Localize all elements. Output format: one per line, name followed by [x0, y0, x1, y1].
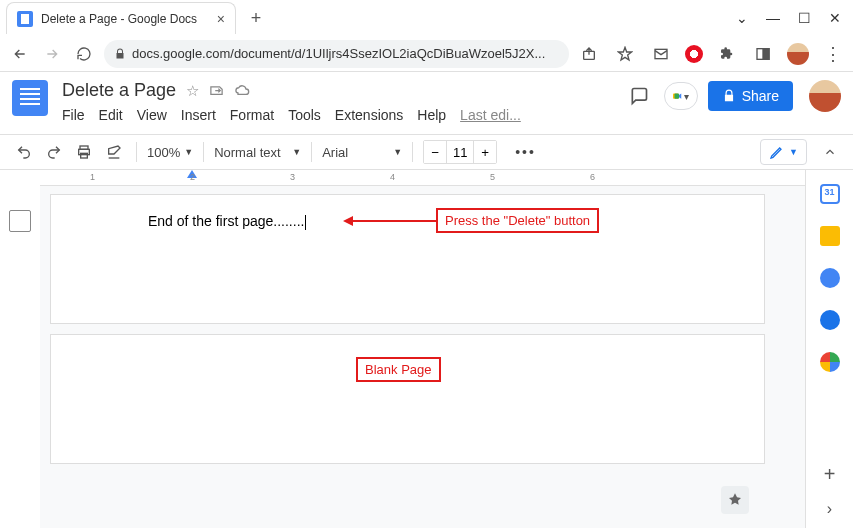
keep-icon[interactable] [820, 226, 840, 246]
chevron-down-icon[interactable]: ⌄ [736, 10, 748, 26]
font-size-control: − + [423, 140, 497, 164]
side-panel: 31 + › [805, 170, 853, 528]
share-button[interactable]: Share [708, 81, 793, 111]
document-title[interactable]: Delete a Page [62, 80, 176, 101]
panel-icon[interactable] [751, 42, 775, 66]
menu-extensions[interactable]: Extensions [335, 107, 403, 123]
cloud-status-icon[interactable] [234, 83, 250, 99]
docs-favicon [17, 11, 33, 27]
canvas-area: 1 2 3 4 5 6 End of the first page.......… [0, 170, 853, 528]
font-dropdown[interactable]: Arial▼ [322, 145, 402, 160]
document-page-2[interactable]: Blank Page [50, 334, 765, 464]
minimize-icon[interactable]: — [766, 10, 780, 26]
lock-icon [114, 48, 126, 60]
redo-button[interactable] [42, 140, 66, 164]
browser-tab[interactable]: Delete a Page - Google Docs × [6, 2, 236, 34]
account-avatar[interactable] [809, 80, 841, 112]
extensions-icon[interactable] [715, 42, 739, 66]
close-tab-icon[interactable]: × [217, 11, 225, 27]
document-scroll[interactable]: 1 2 3 4 5 6 End of the first page.......… [40, 170, 805, 528]
style-dropdown[interactable]: Normal text ▼ [214, 145, 301, 160]
annotation-blank-page: Blank Page [356, 357, 441, 382]
hide-menus-button[interactable] [819, 141, 841, 163]
hide-side-panel-icon[interactable]: › [827, 500, 832, 518]
document-text[interactable]: End of the first page........ [148, 213, 306, 230]
docs-logo[interactable] [12, 80, 48, 116]
comments-history-icon[interactable] [624, 81, 654, 111]
forward-button[interactable] [40, 42, 64, 66]
zoom-dropdown[interactable]: 100% ▼ [147, 145, 193, 160]
left-rail [0, 170, 40, 528]
add-on-plus-icon[interactable]: + [824, 463, 836, 486]
document-page-1[interactable]: End of the first page........ Press the … [50, 194, 765, 324]
browser-titlebar: Delete a Page - Google Docs × + ⌄ — ☐ ✕ [0, 0, 853, 36]
menu-icon[interactable]: ⋮ [821, 42, 845, 66]
font-size-decrease[interactable]: − [424, 141, 446, 163]
ruler[interactable]: 1 2 3 4 5 6 [40, 170, 805, 186]
star-icon[interactable]: ☆ [186, 82, 199, 100]
docs-header: Delete a Page ☆ File Edit View Insert Fo… [0, 72, 853, 134]
move-icon[interactable] [209, 83, 224, 98]
tasks-icon[interactable] [820, 268, 840, 288]
menu-bar: File Edit View Insert Format Tools Exten… [62, 107, 521, 123]
contacts-icon[interactable] [820, 310, 840, 330]
window-controls: ⌄ — ☐ ✕ [736, 10, 853, 26]
paint-format-button[interactable] [102, 140, 126, 164]
maps-icon[interactable] [820, 352, 840, 372]
close-window-icon[interactable]: ✕ [829, 10, 841, 26]
last-edit-link[interactable]: Last edi... [460, 107, 521, 123]
svg-rect-3 [763, 48, 769, 59]
maximize-icon[interactable]: ☐ [798, 10, 811, 26]
text-cursor [305, 215, 306, 230]
editing-mode-dropdown[interactable]: ▼ [760, 139, 807, 165]
explore-tools [721, 486, 749, 514]
tab-title: Delete a Page - Google Docs [41, 12, 209, 26]
share-label: Share [742, 88, 779, 104]
font-size-increase[interactable]: + [474, 141, 496, 163]
menu-view[interactable]: View [137, 107, 167, 123]
url-text: docs.google.com/document/d/1UIljrs4SsezI… [132, 46, 545, 61]
document-outline-icon[interactable] [9, 210, 31, 232]
opera-icon[interactable] [685, 45, 703, 63]
share-page-icon[interactable] [577, 42, 601, 66]
address-bar: docs.google.com/document/d/1UIljrs4SsezI… [0, 36, 853, 72]
mail-icon[interactable] [649, 42, 673, 66]
new-tab-button[interactable]: + [242, 4, 270, 32]
undo-button[interactable] [12, 140, 36, 164]
print-button[interactable] [72, 140, 96, 164]
annotation-delete-hint: Press the "Delete" button [436, 208, 599, 233]
menu-format[interactable]: Format [230, 107, 274, 123]
annotation-arrow [351, 220, 436, 222]
menu-help[interactable]: Help [417, 107, 446, 123]
lock-icon [722, 89, 736, 103]
calendar-icon[interactable]: 31 [820, 184, 840, 204]
font-size-input[interactable] [446, 141, 474, 163]
bookmark-icon[interactable] [613, 42, 637, 66]
menu-tools[interactable]: Tools [288, 107, 321, 123]
menu-insert[interactable]: Insert [181, 107, 216, 123]
svg-rect-5 [674, 93, 679, 98]
url-input[interactable]: docs.google.com/document/d/1UIljrs4SsezI… [104, 40, 569, 68]
docs-toolbar: 100% ▼ Normal text ▼ Arial▼ − + ••• ▼ [0, 134, 853, 170]
profile-avatar[interactable] [787, 43, 809, 65]
pencil-icon [769, 144, 785, 160]
explore-button[interactable] [721, 486, 749, 514]
menu-file[interactable]: File [62, 107, 85, 123]
more-formatting-icon[interactable]: ••• [511, 140, 540, 164]
reload-button[interactable] [72, 42, 96, 66]
menu-edit[interactable]: Edit [99, 107, 123, 123]
meet-button[interactable]: ▾ [664, 82, 698, 110]
back-button[interactable] [8, 42, 32, 66]
